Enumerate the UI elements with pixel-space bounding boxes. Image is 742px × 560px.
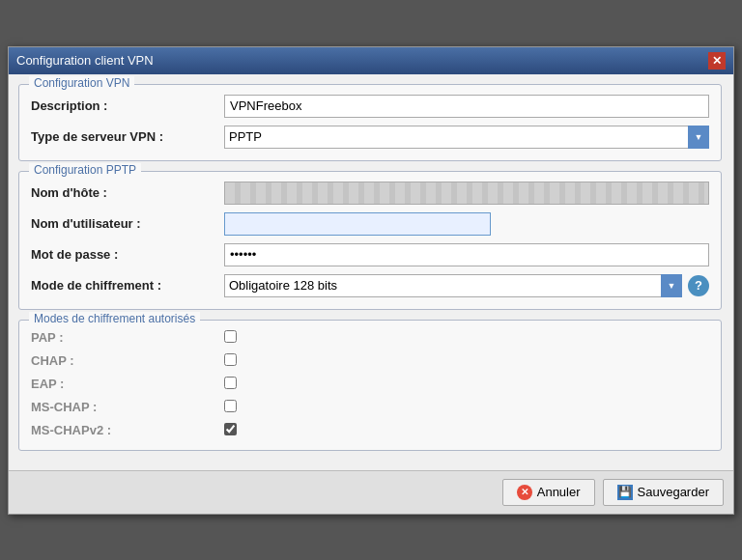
password-input[interactable] xyxy=(224,243,709,266)
encryption-arrow-wrap: Obligatoire 128 bits Optionnel Aucun xyxy=(224,274,682,297)
mschapv2-checkbox[interactable] xyxy=(224,423,237,435)
description-label: Description : xyxy=(31,98,224,113)
mschapv2-label: MS-CHAPv2 : xyxy=(31,423,224,437)
chap-label: CHAP : xyxy=(31,353,224,368)
cancel-button[interactable]: ✕ Annuler xyxy=(502,479,595,506)
pap-row: PAP : xyxy=(31,330,709,346)
mschapv2-row: MS-CHAPv2 : xyxy=(31,423,709,438)
vpn-type-select-wrap: PPTP L2TP OpenVPN xyxy=(224,126,709,149)
hostname-row: Nom d'hôte : xyxy=(31,182,709,205)
eap-checkbox[interactable] xyxy=(224,377,237,389)
vpn-type-label: Type de serveur VPN : xyxy=(31,129,224,144)
scroll-area: Configuration VPN Description : Type de … xyxy=(9,74,733,470)
content-area: Configuration VPN Description : Type de … xyxy=(9,74,731,470)
pap-control xyxy=(224,330,709,346)
save-icon: 💾 xyxy=(617,485,633,500)
username-control xyxy=(224,212,709,236)
vpn-type-row: Type de serveur VPN : PPTP L2TP OpenVPN xyxy=(31,126,709,149)
dialog-window: Configuration client VPN ✕ Configuration… xyxy=(8,46,734,515)
hostname-label: Nom d'hôte : xyxy=(31,185,224,200)
eap-label: EAP : xyxy=(31,377,224,391)
username-row: Nom d'utilisateur : xyxy=(31,212,709,236)
encryption-select-wrapper: Obligatoire 128 bits Optionnel Aucun ? xyxy=(224,274,709,297)
chap-control xyxy=(224,353,709,369)
window: Configuration client VPN ✕ Configuration… xyxy=(8,46,734,515)
encryption-label: Mode de chiffrement : xyxy=(31,278,224,293)
window-title: Configuration client VPN xyxy=(16,53,154,68)
username-label: Nom d'utilisateur : xyxy=(31,216,224,231)
mschap-checkbox[interactable] xyxy=(224,400,237,412)
description-input[interactable] xyxy=(224,95,709,118)
chap-row: CHAP : xyxy=(31,353,709,369)
eap-control xyxy=(224,377,709,392)
mschap-control xyxy=(224,400,709,415)
password-control xyxy=(224,243,709,266)
encryption-control: Obligatoire 128 bits Optionnel Aucun ? xyxy=(224,274,709,297)
pap-checkbox[interactable] xyxy=(224,330,237,343)
password-label: Mot de passe : xyxy=(31,247,224,262)
mschap-label: MS-CHAP : xyxy=(31,400,224,414)
cancel-icon: ✕ xyxy=(517,485,532,500)
footer: ✕ Annuler 💾 Sauvegarder xyxy=(9,470,733,514)
mschapv2-control xyxy=(224,423,709,438)
title-bar: Configuration client VPN ✕ xyxy=(9,47,733,74)
auth-section-title: Modes de chiffrement autorisés xyxy=(29,312,200,325)
eap-row: EAP : xyxy=(31,377,709,392)
mschap-row: MS-CHAP : xyxy=(31,400,709,415)
close-button[interactable]: ✕ xyxy=(708,52,726,70)
help-button[interactable]: ? xyxy=(688,275,709,296)
pap-label: PAP : xyxy=(31,330,224,345)
password-row: Mot de passe : xyxy=(31,243,709,266)
cancel-label: Annuler xyxy=(537,485,581,499)
save-button[interactable]: 💾 Sauvegarder xyxy=(603,479,724,506)
encryption-row: Mode de chiffrement : Obligatoire 128 bi… xyxy=(31,274,709,297)
pptp-section: Configuration PPTP Nom d'hôte : Nom d'ut… xyxy=(18,171,722,310)
description-row: Description : xyxy=(31,95,709,118)
save-label: Sauvegarder xyxy=(638,485,709,499)
auth-section: Modes de chiffrement autorisés PAP : CHA… xyxy=(18,320,722,451)
vpn-section: Configuration VPN Description : Type de … xyxy=(18,84,722,161)
encryption-select[interactable]: Obligatoire 128 bits Optionnel Aucun xyxy=(224,274,682,297)
hostname-input[interactable] xyxy=(224,182,709,205)
chap-checkbox[interactable] xyxy=(224,353,237,366)
vpn-section-title: Configuration VPN xyxy=(29,76,134,90)
pptp-section-title: Configuration PPTP xyxy=(29,163,141,177)
hostname-control xyxy=(224,182,709,205)
vpn-type-select[interactable]: PPTP L2TP OpenVPN xyxy=(224,126,709,149)
description-control xyxy=(224,95,709,118)
username-input[interactable] xyxy=(224,212,491,236)
vpn-type-control: PPTP L2TP OpenVPN xyxy=(224,126,709,149)
